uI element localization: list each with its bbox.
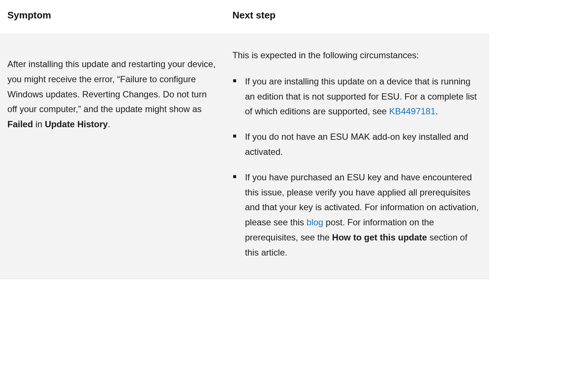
symptom-cell: After installing this update and restart… bbox=[0, 34, 225, 279]
header-symptom: Symptom bbox=[0, 0, 225, 34]
symptom-post: . bbox=[108, 119, 110, 129]
table-row: After installing this update and restart… bbox=[0, 34, 489, 279]
symptom-bold-update-history: Update History bbox=[45, 119, 108, 129]
bullet3-bold: How to get this update bbox=[332, 232, 427, 242]
bullet2-text: If you do not have an ESU MAK add-on key… bbox=[245, 132, 469, 157]
header-next-step: Next step bbox=[225, 0, 489, 34]
bullet1-post: . bbox=[435, 106, 438, 116]
symptom-text: After installing this update and restart… bbox=[7, 57, 218, 132]
known-issues-section: Symptom Next step After installing this … bbox=[0, 0, 489, 279]
symptom-mid: in bbox=[33, 119, 45, 129]
symptom-bold-failed: Failed bbox=[7, 119, 33, 129]
list-item: If you have purchased an ESU key and hav… bbox=[232, 170, 482, 260]
blog-link[interactable]: blog bbox=[307, 217, 323, 227]
bullet1-pre: If you are installing this update on a d… bbox=[245, 76, 477, 117]
next-step-cell: This is expected in the following circum… bbox=[225, 34, 489, 279]
next-step-intro: This is expected in the following circum… bbox=[232, 48, 482, 63]
kb-link[interactable]: KB4497181 bbox=[389, 106, 435, 116]
table-header-row: Symptom Next step bbox=[0, 0, 489, 34]
list-item: If you are installing this update on a d… bbox=[232, 74, 482, 119]
next-step-list: If you are installing this update on a d… bbox=[232, 74, 482, 260]
list-item: If you do not have an ESU MAK add-on key… bbox=[232, 129, 482, 160]
known-issues-table: Symptom Next step After installing this … bbox=[0, 0, 489, 279]
symptom-pre: After installing this update and restart… bbox=[7, 59, 215, 114]
